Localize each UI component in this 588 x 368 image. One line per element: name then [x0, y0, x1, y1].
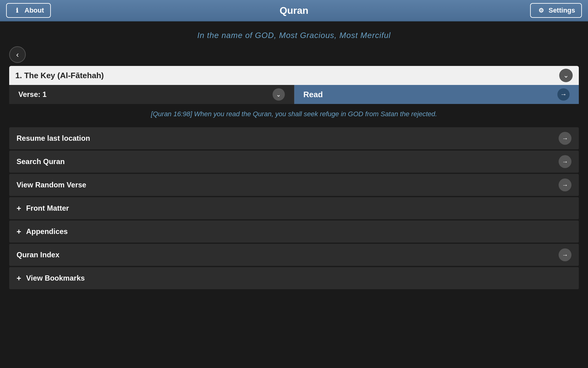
- page-title: Quran: [280, 5, 308, 16]
- menu-list: Resume last location→Search Quran→View R…: [9, 127, 579, 289]
- arrow-icon: →: [559, 132, 571, 145]
- chevron-down-icon: ⌄: [563, 71, 569, 79]
- arrow-icon: →: [559, 178, 571, 191]
- back-button[interactable]: ‹: [9, 46, 26, 63]
- settings-button[interactable]: ⚙ Settings: [530, 3, 582, 18]
- chapter-title: 1. The Key (Al-Fātehah): [15, 71, 104, 80]
- menu-item-random-label: View Random Verse: [17, 181, 86, 189]
- quote-area: [Quran 16:98] When you read the Quran, y…: [0, 104, 588, 124]
- chapter-dropdown-button[interactable]: ⌄: [559, 69, 573, 82]
- about-label: About: [24, 6, 44, 14]
- plus-icon: +: [17, 204, 21, 213]
- arrow-icon: →: [559, 248, 571, 261]
- verse-chevron-down-icon: ⌄: [276, 91, 281, 98]
- menu-item-bookmarks-label: View Bookmarks: [26, 274, 85, 282]
- menu-item-bookmarks-left: +View Bookmarks: [17, 274, 85, 283]
- menu-item-index-label: Quran Index: [17, 251, 59, 259]
- read-arrow-icon: →: [557, 88, 570, 101]
- subtitle-area: In the name of GOD, Most Gracious, Most …: [0, 21, 588, 43]
- plus-icon: +: [17, 274, 21, 283]
- menu-item-index[interactable]: Quran Index→: [9, 244, 579, 266]
- menu-item-front-matter[interactable]: +Front Matter: [9, 197, 579, 219]
- subtitle-text: In the name of GOD, Most Gracious, Most …: [197, 31, 391, 40]
- menu-item-search-label: Search Quran: [17, 157, 65, 166]
- read-button[interactable]: Read →: [294, 85, 579, 104]
- menu-item-bookmarks[interactable]: +View Bookmarks: [9, 267, 579, 289]
- menu-item-random-left: View Random Verse: [17, 181, 86, 189]
- info-icon: ℹ: [13, 6, 21, 15]
- arrow-icon: →: [559, 155, 571, 168]
- back-icon: ‹: [16, 50, 19, 59]
- verse-label: Verse: 1: [18, 90, 47, 99]
- read-label: Read: [303, 90, 323, 99]
- settings-label: Settings: [548, 6, 575, 14]
- menu-item-random[interactable]: View Random Verse→: [9, 174, 579, 196]
- chapter-selector: 1. The Key (Al-Fātehah) ⌄: [9, 66, 579, 85]
- menu-item-search-left: Search Quran: [17, 157, 65, 166]
- menu-item-appendices-left: +Appendices: [17, 227, 68, 236]
- menu-item-front-matter-label: Front Matter: [26, 204, 69, 213]
- quote-text: [Quran 16:98] When you read the Quran, y…: [151, 110, 437, 118]
- back-area: ‹: [0, 43, 588, 66]
- header: ℹ About Quran ⚙ Settings: [0, 0, 588, 21]
- menu-item-search[interactable]: Search Quran→: [9, 151, 579, 173]
- menu-item-resume[interactable]: Resume last location→: [9, 127, 579, 149]
- menu-item-index-left: Quran Index: [17, 251, 59, 259]
- plus-icon: +: [17, 227, 21, 236]
- menu-item-front-matter-left: +Front Matter: [17, 204, 69, 213]
- menu-item-appendices[interactable]: +Appendices: [9, 220, 579, 243]
- verse-read-row: Verse: 1 ⌄ Read →: [9, 85, 579, 104]
- menu-item-appendices-label: Appendices: [26, 227, 68, 236]
- verse-dropdown-button[interactable]: ⌄: [273, 88, 285, 101]
- menu-item-resume-left: Resume last location: [17, 134, 90, 143]
- about-button[interactable]: ℹ About: [6, 3, 51, 18]
- gear-icon: ⚙: [537, 6, 545, 15]
- verse-selector: Verse: 1 ⌄: [9, 85, 294, 104]
- menu-item-resume-label: Resume last location: [17, 134, 90, 143]
